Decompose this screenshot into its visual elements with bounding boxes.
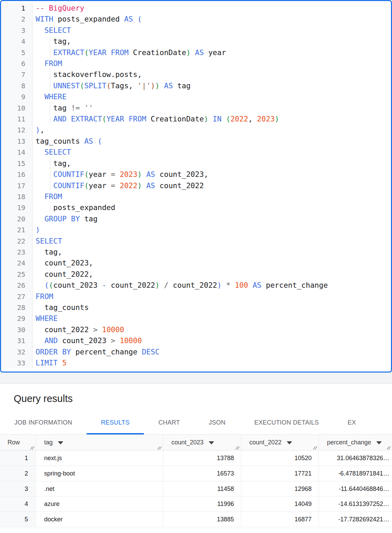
- code-line[interactable]: 21): [1, 224, 391, 235]
- code-line[interactable]: 16 COUNTIF(year = 2023) AS count_2023,: [1, 169, 391, 180]
- code-line[interactable]: 15 tag,: [1, 158, 391, 169]
- sort-arrow-icon[interactable]: [58, 441, 63, 444]
- line-number: 2: [1, 14, 32, 25]
- code-area[interactable]: 1-- BigQuery2WITH posts_expanded AS (3 S…: [1, 1, 391, 368]
- column-label: percent_change: [327, 439, 371, 446]
- tab-json[interactable]: JSON: [194, 411, 240, 434]
- code-line[interactable]: 22SELECT: [1, 236, 391, 247]
- code-line-content: stackoverflow.posts,: [32, 69, 391, 80]
- code-line[interactable]: 19 posts_expanded: [1, 202, 391, 213]
- line-number: 24: [1, 258, 32, 269]
- code-line[interactable]: 4 tag,: [1, 36, 391, 47]
- code-line[interactable]: 33LIMIT 5: [1, 358, 391, 368]
- column-resize-handle-icon[interactable]: [30, 445, 35, 450]
- code-line[interactable]: 32ORDER BY percent_change DESC: [1, 347, 391, 358]
- sort-arrow-icon[interactable]: [376, 441, 382, 444]
- token-k: AS: [164, 81, 173, 90]
- cell-count_2023: 16573: [163, 466, 241, 481]
- column-resize-handle-icon[interactable]: [313, 445, 318, 450]
- code-line[interactable]: 3 SELECT: [1, 25, 391, 36]
- code-line[interactable]: 14 SELECT: [1, 147, 391, 158]
- token-k: SELECT: [44, 26, 71, 35]
- code-line[interactable]: 6 FROM: [1, 58, 391, 69]
- token-t: [80, 104, 84, 112]
- cell-tag: next.js: [36, 451, 163, 466]
- line-number: 9: [1, 91, 32, 102]
- row-number-cell: 1: [0, 451, 36, 466]
- line-number: 27: [1, 291, 32, 302]
- line-number: 4: [1, 36, 32, 47]
- code-line[interactable]: 17 COUNTIF(year = 2022) AS count_2022: [1, 180, 391, 191]
- token-p1: (: [44, 281, 49, 289]
- sql-editor[interactable]: 1-- BigQuery2WITH posts_expanded AS (3 S…: [0, 0, 392, 373]
- code-line[interactable]: 12),: [1, 125, 391, 135]
- token-n: 10000: [102, 325, 124, 334]
- token-t: percent_change: [261, 281, 328, 289]
- code-line[interactable]: 20 GROUP BY tag: [1, 213, 391, 224]
- code-line[interactable]: 18 FROM: [1, 191, 391, 202]
- code-line[interactable]: 11 AND EXTRACT(YEAR FROM CreationDate) I…: [1, 114, 391, 125]
- column-header-percent_change[interactable]: percent_change: [319, 435, 392, 451]
- code-line-content: SELECT: [32, 25, 391, 36]
- column-label: count_2023: [171, 439, 204, 446]
- code-line[interactable]: 31 AND count_2023 > 10000: [1, 335, 391, 346]
- code-line[interactable]: 13tag_counts AS (: [1, 136, 391, 147]
- token-t: [248, 281, 252, 289]
- line-number: 31: [1, 335, 32, 346]
- token-t: year: [89, 170, 111, 179]
- column-header-row[interactable]: Row: [0, 435, 36, 451]
- column-resize-handle-icon[interactable]: [157, 445, 162, 450]
- code-line[interactable]: 1-- BigQuery: [1, 3, 391, 14]
- token-c: -- BigQuery: [36, 4, 84, 12]
- column-resize-handle-icon[interactable]: [386, 445, 391, 450]
- code-line[interactable]: 24 count_2023,: [1, 258, 391, 269]
- code-line[interactable]: 7 stackoverflow.posts,: [1, 69, 391, 80]
- code-line[interactable]: 9 WHERE: [1, 91, 391, 102]
- token-n: 2023: [120, 170, 138, 179]
- tab-ex[interactable]: EX: [333, 411, 370, 434]
- code-line-content: UNNEST(SPLIT(Tags, '|')) AS tag: [32, 80, 391, 91]
- token-k: FROM: [111, 48, 129, 57]
- tab-execution-details[interactable]: EXECUTION DETAILS: [240, 411, 333, 434]
- code-line-content: tag,: [32, 247, 391, 258]
- token-k: DESC: [142, 348, 160, 356]
- line-number: 19: [1, 202, 32, 213]
- code-line[interactable]: 26 ((count_2023 - count_2022) / count_20…: [1, 280, 391, 291]
- code-line-content: AND EXTRACT(YEAR FROM CreationDate) IN (…: [32, 114, 391, 125]
- token-t: [36, 59, 44, 68]
- token-k: YEAR: [106, 115, 124, 123]
- indent-guide: [50, 36, 50, 47]
- code-line[interactable]: 25 count_2022,: [1, 269, 391, 280]
- line-number: 28: [1, 302, 32, 313]
- indent-guide: [50, 103, 50, 114]
- token-p2: (: [84, 170, 89, 179]
- code-line[interactable]: 30 count_2022 > 10000: [1, 324, 391, 335]
- column-header-count_2023[interactable]: count_2023: [163, 435, 241, 451]
- token-t: [231, 281, 235, 289]
- tab-chart[interactable]: CHART: [144, 411, 194, 434]
- sort-arrow-icon[interactable]: [209, 441, 214, 444]
- code-line[interactable]: 5 EXTRACT(YEAR FROM CreationDate) AS yea…: [1, 47, 391, 58]
- token-t: [142, 170, 146, 179]
- token-t: [142, 181, 146, 190]
- cell-percent_change: -11.6440468846…: [319, 481, 392, 497]
- code-line[interactable]: 27FROM: [1, 291, 391, 302]
- line-number: 23: [1, 247, 32, 258]
- sort-arrow-icon[interactable]: [287, 441, 292, 444]
- code-line[interactable]: 23 tag,: [1, 247, 391, 258]
- code-line[interactable]: 29WHERE: [1, 313, 391, 324]
- code-line[interactable]: 28 tag_counts: [1, 302, 391, 313]
- column-resize-handle-icon[interactable]: [235, 445, 240, 450]
- tab-job-information[interactable]: JOB INFORMATION: [0, 411, 87, 434]
- code-line[interactable]: 2WITH posts_expanded AS (: [1, 14, 391, 25]
- code-line-content: FROM: [32, 58, 391, 69]
- code-line[interactable]: 10 tag != '': [1, 103, 391, 114]
- tab-results[interactable]: RESULTS: [87, 411, 144, 434]
- column-header-tag[interactable]: tag: [36, 435, 163, 451]
- code-line[interactable]: 8 UNNEST(SPLIT(Tags, '|')) AS tag: [1, 80, 391, 91]
- column-header-count_2022[interactable]: count_2022: [241, 435, 319, 451]
- indent-guide: [50, 69, 50, 80]
- line-number: 1: [1, 3, 32, 14]
- token-t: stackoverflow.posts,: [36, 70, 142, 79]
- token-k: WHERE: [44, 92, 67, 101]
